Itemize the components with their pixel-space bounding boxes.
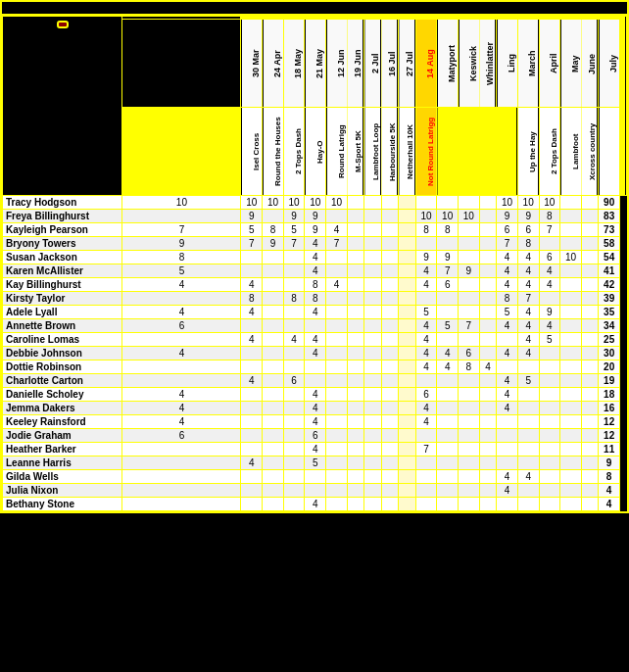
race-cell — [364, 484, 381, 498]
race-cell — [381, 237, 398, 251]
challenge-cell: 4 — [497, 251, 518, 264]
race-cell — [283, 360, 305, 374]
challenge-cell: 4 — [497, 484, 518, 498]
race-cell — [283, 484, 305, 498]
challenge-cell: 4 — [517, 251, 539, 264]
challenge-cell — [539, 360, 560, 374]
parkrun-cell — [479, 347, 496, 360]
race-cell — [283, 456, 305, 470]
race-cell — [263, 498, 284, 511]
parkrun-cell — [479, 319, 496, 333]
race-cell: 8 — [283, 292, 305, 306]
race-cell — [241, 347, 263, 360]
race-cell — [122, 484, 241, 498]
challenge-cell — [560, 292, 582, 306]
parkrun-cell — [437, 237, 459, 251]
race-cell — [399, 237, 415, 251]
challenge-cell — [560, 498, 582, 511]
race-cell — [399, 278, 415, 292]
parkrun-3: Whinlatter — [479, 20, 496, 108]
total-cell: 20 — [599, 360, 620, 374]
race-cell — [326, 360, 348, 374]
challenge-5: July — [599, 20, 620, 108]
race-cell — [399, 402, 415, 415]
challenge-cell — [560, 333, 582, 347]
page-title — [2, 2, 627, 16]
total-points-header — [619, 17, 626, 196]
sub-race-1: Isel Cross — [241, 108, 263, 196]
race-date-2: 24 Apr — [263, 20, 284, 108]
challenge-cell: 4 — [517, 319, 539, 333]
parkrun-4: Ling — [497, 20, 518, 108]
table-row: Julia Nixon44 — [3, 484, 627, 498]
table-row: Caroline Lomas44444525 — [3, 333, 627, 347]
challenge-cell: 5 — [539, 333, 560, 347]
race-cell — [347, 360, 363, 374]
race-cell — [347, 333, 363, 347]
challenge-cell — [560, 196, 582, 210]
race-cell — [305, 374, 326, 388]
sub-race-9: Netherhall 10K — [399, 108, 415, 196]
name-header — [122, 108, 241, 196]
challenge-cell — [581, 374, 598, 388]
parkrun-cell — [459, 429, 480, 443]
challenge-cell — [497, 415, 518, 429]
total-cell: 58 — [599, 237, 620, 251]
race-cell — [364, 429, 381, 443]
parkrun-cell: 4 — [415, 264, 437, 278]
race-cell — [381, 210, 398, 223]
parkrun-cell — [437, 196, 459, 210]
race-cell — [364, 360, 381, 374]
challenge-cell — [517, 443, 539, 456]
challenge-cell — [581, 498, 598, 511]
parkrun-cell — [459, 456, 480, 470]
parkrun-cell: 4 — [415, 333, 437, 347]
table-row: Dottie Robinson448420 — [3, 360, 627, 374]
race-date-10: 14 Aug — [415, 20, 437, 108]
parkrun-cell — [479, 223, 496, 237]
challenge-cell — [539, 347, 560, 360]
race-cell — [347, 429, 363, 443]
total-cell: 25 — [599, 333, 620, 347]
challenge-cell — [539, 292, 560, 306]
challenge-cell — [560, 388, 582, 402]
athlete-name: Kirsty Taylor — [3, 292, 122, 306]
race-cell: 4 — [326, 223, 348, 237]
parkrun-cell — [437, 443, 459, 456]
parkrun-cell — [479, 196, 496, 210]
parkrun-cell — [415, 498, 437, 511]
race-cell — [381, 470, 398, 484]
race-cell — [347, 251, 363, 264]
challenge-cell — [539, 237, 560, 251]
parkrun-cell: 10 — [437, 210, 459, 223]
race-cell — [399, 196, 415, 210]
parkrun-cell — [459, 498, 480, 511]
race-cell: 4 — [305, 347, 326, 360]
challenge-cell: 6 — [497, 223, 518, 237]
race-cell: 8 — [305, 292, 326, 306]
parkrun-cell — [459, 470, 480, 484]
challenge-cell — [517, 429, 539, 443]
race-date-8: 16 Jul — [381, 20, 398, 108]
race-cell — [381, 429, 398, 443]
race-cell — [364, 402, 381, 415]
race-cell — [364, 333, 381, 347]
challenge-cell: 10 — [560, 251, 582, 264]
race-cell — [381, 456, 398, 470]
race-cell — [364, 374, 381, 388]
challenge-cell: 4 — [517, 347, 539, 360]
challenge-cell — [581, 319, 598, 333]
parkrun-cell — [459, 292, 480, 306]
athlete-name: Tracy Hodgson — [3, 196, 122, 210]
race-cell — [347, 347, 363, 360]
race-cell — [263, 443, 284, 456]
race-cell: 4 — [241, 278, 263, 292]
table-row: Freya Billinghurst99910101099883 — [3, 210, 627, 223]
parkrun-cell — [459, 223, 480, 237]
race-cell — [241, 360, 263, 374]
parkrun-cell: 10 — [459, 210, 480, 223]
race-cell — [241, 251, 263, 264]
race-cell — [326, 210, 348, 223]
race-cell: 8 — [241, 292, 263, 306]
total-cell: 9 — [599, 456, 620, 470]
